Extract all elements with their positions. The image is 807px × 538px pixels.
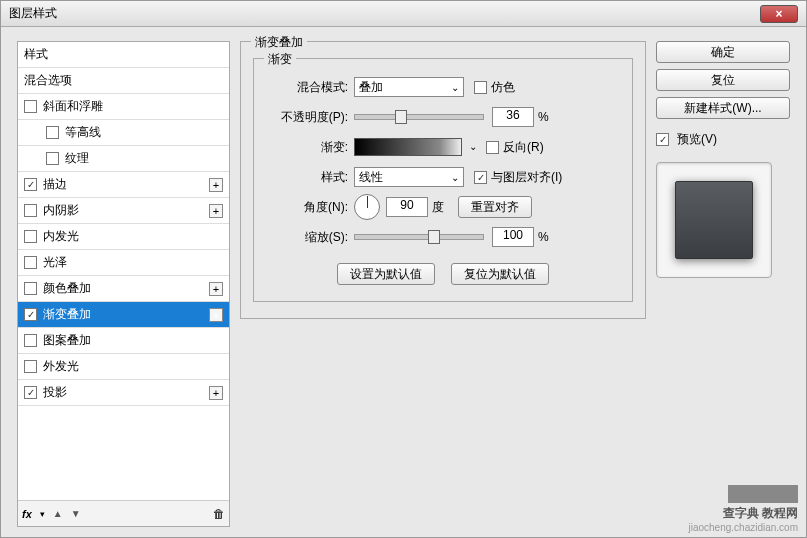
- style-item[interactable]: 外发光: [18, 354, 229, 380]
- style-item[interactable]: 光泽: [18, 250, 229, 276]
- style-checkbox[interactable]: [24, 178, 37, 191]
- style-list: 样式 混合选项 斜面和浮雕等高线纹理描边+内阴影+内发光光泽颜色叠加+渐变叠加+…: [18, 42, 229, 500]
- dialog-title: 图层样式: [9, 5, 760, 22]
- reset-align-button[interactable]: 重置对齐: [458, 196, 532, 218]
- panel-title: 渐变叠加: [251, 34, 307, 51]
- watermark-badge: [728, 485, 798, 503]
- style-item-label: 光泽: [43, 254, 67, 271]
- style-select[interactable]: 线性 ⌄: [354, 167, 464, 187]
- style-item[interactable]: 内发光: [18, 224, 229, 250]
- close-button[interactable]: ×: [760, 5, 798, 23]
- add-effect-icon[interactable]: +: [209, 386, 223, 400]
- sidebar-header-styles-label: 样式: [24, 46, 48, 63]
- style-checkbox[interactable]: [24, 386, 37, 399]
- add-effect-icon[interactable]: +: [209, 282, 223, 296]
- sidebar-header-blend[interactable]: 混合选项: [18, 68, 229, 94]
- style-value: 线性: [359, 169, 383, 186]
- move-down-icon[interactable]: ▼: [71, 508, 81, 519]
- fx-caret-icon[interactable]: ▾: [40, 509, 45, 519]
- style-item-label: 斜面和浮雕: [43, 98, 103, 115]
- angle-dial[interactable]: [354, 194, 380, 220]
- dither-label: 仿色: [491, 79, 515, 96]
- style-item[interactable]: 内阴影+: [18, 198, 229, 224]
- close-icon: ×: [775, 7, 782, 21]
- preview-swatch: [675, 181, 753, 259]
- angle-input[interactable]: 90: [386, 197, 428, 217]
- titlebar: 图层样式 ×: [1, 1, 806, 27]
- style-checkbox[interactable]: [24, 282, 37, 295]
- style-item-label: 投影: [43, 384, 67, 401]
- style-item-label: 外发光: [43, 358, 79, 375]
- style-checkbox[interactable]: [24, 230, 37, 243]
- sidebar-header-styles[interactable]: 样式: [18, 42, 229, 68]
- make-default-button[interactable]: 设置为默认值: [337, 263, 435, 285]
- style-item-label: 图案叠加: [43, 332, 91, 349]
- gradient-overlay-fieldset: 渐变叠加 渐变 混合模式: 叠加 ⌄ 仿色 不透明度(P):: [240, 41, 646, 319]
- style-item[interactable]: 纹理: [18, 146, 229, 172]
- style-checkbox[interactable]: [46, 126, 59, 139]
- gradient-picker[interactable]: ⌄: [354, 138, 462, 156]
- move-up-icon[interactable]: ▲: [53, 508, 63, 519]
- style-checkbox[interactable]: [46, 152, 59, 165]
- watermark-brand: 查字典 教程网: [723, 505, 798, 522]
- reset-default-button[interactable]: 复位为默认值: [451, 263, 549, 285]
- preview-box: [656, 162, 772, 278]
- style-item-label: 纹理: [65, 150, 89, 167]
- style-item[interactable]: 描边+: [18, 172, 229, 198]
- opacity-label: 不透明度(P):: [266, 109, 354, 126]
- angle-unit: 度: [432, 199, 444, 216]
- add-effect-icon[interactable]: +: [209, 178, 223, 192]
- dither-checkbox[interactable]: [474, 81, 487, 94]
- scale-unit: %: [538, 230, 549, 244]
- sidebar-footer: fx ▾ ▲ ▼ 🗑: [18, 500, 229, 526]
- style-item[interactable]: 斜面和浮雕: [18, 94, 229, 120]
- align-label: 与图层对齐(I): [491, 169, 562, 186]
- trash-icon[interactable]: 🗑: [213, 507, 225, 521]
- gradient-group-title: 渐变: [264, 51, 296, 68]
- style-item-label: 颜色叠加: [43, 280, 91, 297]
- angle-label: 角度(N):: [266, 199, 354, 216]
- fx-icon[interactable]: fx: [22, 508, 32, 520]
- scale-label: 缩放(S):: [266, 229, 354, 246]
- align-checkbox[interactable]: [474, 171, 487, 184]
- reverse-checkbox[interactable]: [486, 141, 499, 154]
- style-checkbox[interactable]: [24, 256, 37, 269]
- preview-checkbox[interactable]: [656, 133, 669, 146]
- gradient-group: 渐变 混合模式: 叠加 ⌄ 仿色 不透明度(P):: [253, 58, 633, 302]
- add-effect-icon[interactable]: +: [209, 308, 223, 322]
- opacity-unit: %: [538, 110, 549, 124]
- cancel-button[interactable]: 复位: [656, 69, 790, 91]
- style-checkbox[interactable]: [24, 360, 37, 373]
- blend-mode-value: 叠加: [359, 79, 383, 96]
- ok-button[interactable]: 确定: [656, 41, 790, 63]
- scale-input[interactable]: 100: [492, 227, 534, 247]
- style-item-label: 内阴影: [43, 202, 79, 219]
- action-panel: 确定 复位 新建样式(W)... 预览(V): [656, 27, 806, 537]
- style-item[interactable]: 等高线: [18, 120, 229, 146]
- style-checkbox[interactable]: [24, 334, 37, 347]
- style-item-label: 渐变叠加: [43, 306, 91, 323]
- options-panel: 渐变叠加 渐变 混合模式: 叠加 ⌄ 仿色 不透明度(P):: [230, 27, 656, 537]
- style-item[interactable]: 图案叠加: [18, 328, 229, 354]
- opacity-input[interactable]: 36: [492, 107, 534, 127]
- new-style-button[interactable]: 新建样式(W)...: [656, 97, 790, 119]
- blend-mode-select[interactable]: 叠加 ⌄: [354, 77, 464, 97]
- style-item-label: 内发光: [43, 228, 79, 245]
- style-checkbox[interactable]: [24, 100, 37, 113]
- blend-mode-label: 混合模式:: [266, 79, 354, 96]
- style-item[interactable]: 渐变叠加+: [18, 302, 229, 328]
- sidebar-header-blend-label: 混合选项: [24, 72, 72, 89]
- style-item[interactable]: 颜色叠加+: [18, 276, 229, 302]
- reverse-label: 反向(R): [503, 139, 544, 156]
- style-item[interactable]: 投影+: [18, 380, 229, 406]
- style-item-label: 描边: [43, 176, 67, 193]
- style-checkbox[interactable]: [24, 204, 37, 217]
- style-item-label: 等高线: [65, 124, 101, 141]
- chevron-down-icon: ⌄: [469, 141, 477, 152]
- style-checkbox[interactable]: [24, 308, 37, 321]
- chevron-down-icon: ⌄: [451, 82, 459, 93]
- styles-sidebar: 样式 混合选项 斜面和浮雕等高线纹理描边+内阴影+内发光光泽颜色叠加+渐变叠加+…: [17, 41, 230, 527]
- scale-slider[interactable]: [354, 234, 484, 240]
- opacity-slider[interactable]: [354, 114, 484, 120]
- add-effect-icon[interactable]: +: [209, 204, 223, 218]
